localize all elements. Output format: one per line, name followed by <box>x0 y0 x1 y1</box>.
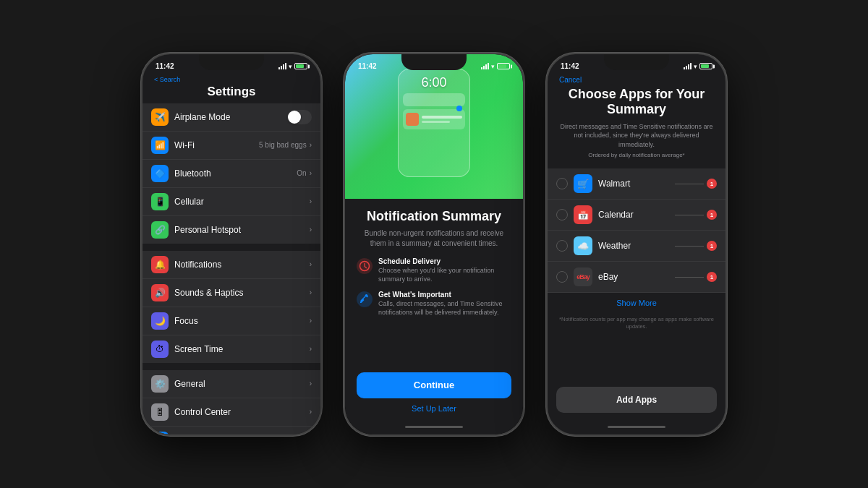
airplane-icon: ✈️ <box>151 108 169 126</box>
app-row-walmart[interactable]: 🛒 Walmart 1 <box>548 168 726 200</box>
walmart-radio[interactable] <box>556 178 568 189</box>
screen-time-chevron: › <box>310 345 312 353</box>
apps-list: 🛒 Walmart 1 📅 Calendar 1 ☁️ <box>548 168 726 293</box>
calendar-radio[interactable] <box>556 209 568 221</box>
add-apps-button[interactable]: Add Apps <box>556 387 717 413</box>
battery-icon-2 <box>497 63 510 69</box>
hotspot-chevron: › <box>310 226 312 234</box>
choose-apps-ordered: Ordered by daily notification average* <box>559 152 714 158</box>
choose-apps-title: Choose Apps for Your Summary <box>559 87 714 118</box>
status-bar-3: 11:42 ▾ <box>548 54 726 74</box>
settings-group-alerts: 🔔 Notifications › 🔊 Sounds & Haptics › 🌙… <box>142 251 320 363</box>
app-row-weather[interactable]: ☁️ Weather 1 <box>548 231 726 262</box>
calendar-icon: 📅 <box>574 205 592 224</box>
general-label: General <box>174 379 310 389</box>
battery-icon-1 <box>294 63 307 69</box>
status-time-2: 11:42 <box>358 62 377 70</box>
general-icon: ⚙️ <box>151 375 169 393</box>
wifi-icon-2: ▾ <box>491 63 495 70</box>
phone-1: 11:42 ▾ < Search Settings ✈️ <box>141 53 322 436</box>
status-bar-2: 11:42 ▾ <box>345 54 523 74</box>
ebay-badge: 1 <box>707 272 717 282</box>
status-time-3: 11:42 <box>561 62 579 70</box>
mock-notif-1 <box>403 93 465 106</box>
choose-header: Cancel Choose Apps for Your Summary Dire… <box>548 74 726 169</box>
ebay-radio[interactable] <box>556 271 568 283</box>
wifi-chevron: › <box>310 141 312 149</box>
setup-later-button[interactable]: Set Up Later <box>357 404 511 413</box>
weather-icon: ☁️ <box>574 236 592 255</box>
app-row-ebay[interactable]: eBay eBay 1 <box>548 262 726 293</box>
get-important-text: Get What's Important Calls, direct messa… <box>378 291 511 317</box>
screen-time-label: Screen Time <box>174 344 310 354</box>
app-row-calendar[interactable]: 📅 Calendar 1 <box>548 200 726 231</box>
notifications-chevron: › <box>310 260 312 268</box>
settings-group-system: ⚙️ General › 🎛 Control Center › ☀️ Displ… <box>142 370 320 435</box>
general-chevron: › <box>310 380 312 388</box>
continue-button[interactable]: Continue <box>357 372 511 398</box>
focus-label: Focus <box>174 316 310 326</box>
cellular-icon: 📱 <box>151 193 169 210</box>
settings-row-notifications[interactable]: 🔔 Notifications › <box>142 251 320 279</box>
get-important-desc: Calls, direct messages, and Time Sensiti… <box>378 300 511 317</box>
settings-back[interactable]: < Search <box>154 76 309 83</box>
signal-bars-2 <box>481 63 489 69</box>
sounds-chevron: › <box>310 288 312 296</box>
settings-row-hotspot[interactable]: 🔗 Personal Hotspot › <box>142 216 320 244</box>
bluetooth-chevron: › <box>310 169 312 177</box>
bluetooth-label: Bluetooth <box>174 168 297 179</box>
notifications-label: Notifications <box>174 260 310 270</box>
walmart-name: Walmart <box>598 179 675 189</box>
schedule-delivery-title: Schedule Delivery <box>378 257 511 265</box>
signal-bars-3 <box>684 63 692 69</box>
settings-row-bluetooth[interactable]: 🔷 Bluetooth On › <box>142 160 320 188</box>
settings-row-focus[interactable]: 🌙 Focus › <box>142 307 320 335</box>
notification-subtitle: Bundle non-urgent notifications and rece… <box>357 228 511 249</box>
get-important-icon <box>357 291 373 307</box>
settings-row-sounds[interactable]: 🔊 Sounds & Haptics › <box>142 279 320 307</box>
settings-row-general[interactable]: ⚙️ General › <box>142 370 320 398</box>
weather-name: Weather <box>598 241 675 251</box>
display-icon: ☀️ <box>151 432 169 435</box>
airplane-label: Airplane Mode <box>174 112 287 122</box>
hotspot-label: Personal Hotspot <box>174 225 310 235</box>
signal-bars-1 <box>278 63 286 69</box>
wifi-settings-icon: 📶 <box>151 137 169 154</box>
calendar-name: Calendar <box>598 210 675 220</box>
notification-main-title: Notification Summary <box>357 209 511 225</box>
calendar-badge: 1 <box>707 210 717 220</box>
settings-row-airplane[interactable]: ✈️ Airplane Mode <box>142 103 320 132</box>
weather-badge: 1 <box>707 241 717 251</box>
screen-time-icon: ⏱ <box>151 341 169 358</box>
weather-radio[interactable] <box>556 240 568 252</box>
settings-row-display[interactable]: ☀️ Display & Brightness › <box>142 427 320 435</box>
sounds-label: Sounds & Haptics <box>174 288 310 298</box>
settings-row-screen-time[interactable]: ⏱ Screen Time › <box>142 335 320 363</box>
settings-group-connectivity: ✈️ Airplane Mode 📶 Wi-Fi 5 big bad eggs … <box>142 103 320 244</box>
cellular-label: Cellular <box>174 197 310 207</box>
cancel-button[interactable]: Cancel <box>559 76 714 84</box>
status-time-1: 11:42 <box>156 62 174 70</box>
wifi-value: 5 big bad eggs <box>259 141 307 149</box>
notification-hero: 6:00 <box>345 54 523 199</box>
control-center-label: Control Center <box>174 407 310 417</box>
status-icons-3: ▾ <box>684 63 712 70</box>
notifications-icon: 🔔 <box>151 256 169 273</box>
airplane-toggle[interactable] <box>287 110 312 124</box>
show-more-button[interactable]: Show More <box>548 293 726 313</box>
schedule-delivery-desc: Choose when you'd like your notification… <box>378 267 511 283</box>
wifi-icon-3: ▾ <box>694 63 697 70</box>
settings-row-cellular[interactable]: 📱 Cellular › <box>142 188 320 216</box>
settings-row-control-center[interactable]: 🎛 Control Center › <box>142 398 320 427</box>
phone-2: 11:42 ▾ 6:00 <box>344 53 524 436</box>
schedule-delivery-text: Schedule Delivery Choose when you'd like… <box>378 257 511 283</box>
settings-row-wifi[interactable]: 📶 Wi-Fi 5 big bad eggs › <box>142 132 320 160</box>
status-icons-1: ▾ <box>278 63 307 70</box>
battery-icon-3 <box>699 63 712 69</box>
home-indicator-2 <box>345 420 523 435</box>
settings-header: < Search Settings <box>142 74 320 103</box>
notification-content: Notification Summary Bundle non-urgent n… <box>345 199 523 420</box>
bluetooth-settings-icon: 🔷 <box>151 165 169 182</box>
cellular-chevron: › <box>310 197 312 205</box>
hero-phone-mockup: 6:00 <box>398 69 470 177</box>
